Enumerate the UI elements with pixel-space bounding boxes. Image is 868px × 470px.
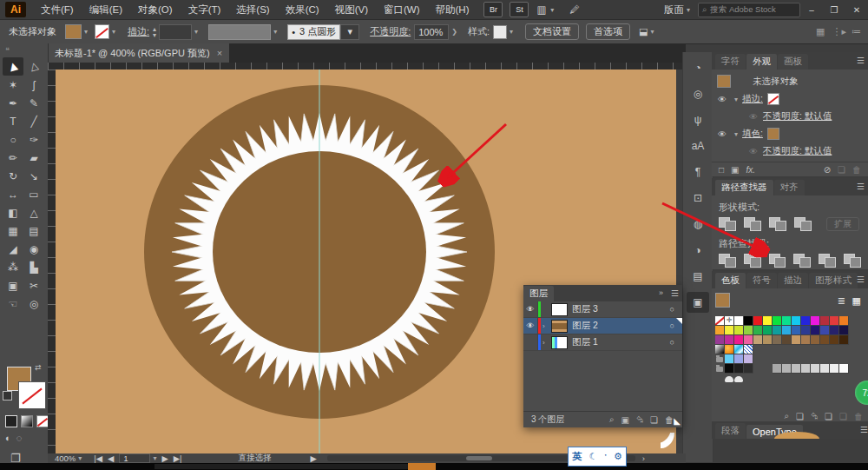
stroke-color-indicator[interactable] [19,382,45,408]
swatch[interactable] [725,345,734,354]
layer-row-3[interactable]: 👁 图层 3 ○ [523,301,682,318]
layer-thumbnail[interactable] [551,320,568,333]
menu-item[interactable]: 对象(O) [130,0,181,19]
swatch[interactable] [811,345,820,354]
draw-normal-icon[interactable]: ◐ [5,433,11,443]
new-fill-icon[interactable]: ▣ [731,165,739,175]
menu-item[interactable]: 效果(C) [278,0,327,19]
type-tool[interactable]: T [3,112,23,130]
opacity-input[interactable]: 100% [414,24,449,40]
paintbrush-tool[interactable]: ✑ [23,130,44,149]
panel-dock-icon[interactable]: ⋮▸ [832,26,846,37]
swatch[interactable] [753,374,763,383]
menu-item[interactable]: 编辑(E) [82,0,130,19]
swatch[interactable] [734,335,744,345]
menu-item[interactable]: 选择(S) [228,0,277,19]
swatch[interactable] [763,316,773,326]
stroke-width-input[interactable] [159,24,192,40]
swatch[interactable] [830,335,839,345]
ime-settings-icon[interactable]: ⚙ [614,451,622,462]
swatch[interactable] [753,345,763,354]
workspace-switcher[interactable]: 版面▾ [656,0,698,19]
character-styles-panel-icon[interactable]: aA [687,136,709,156]
delete-swatch-icon[interactable]: 🗑 [854,412,863,421]
swatch[interactable] [715,345,725,354]
gradient-tool[interactable]: ▤ [23,222,44,240]
fill-color-swatch[interactable] [65,24,82,39]
line-segment-tool[interactable]: ╱ [23,112,44,130]
opacity-link[interactable]: 不透明度: [370,25,411,38]
swatch[interactable] [801,335,811,345]
tab-layers[interactable]: 图层 [523,286,554,301]
selection-tool[interactable]: ▶ [3,57,23,76]
panel-menu-icon[interactable]: ☰ [860,425,868,434]
swatch[interactable] [725,374,734,383]
swatch[interactable] [725,316,734,326]
tab-close-icon[interactable]: × [217,48,222,58]
magic-wand-tool[interactable]: ✶ [3,76,23,94]
ellipse-tool[interactable]: ○ [3,130,23,149]
menu-item[interactable]: 文字(T) [181,0,229,19]
crop-icon[interactable] [793,254,811,268]
paragraph-styles-panel-icon[interactable]: ¶ [687,162,709,182]
panel-fill-indicator[interactable] [715,293,730,308]
swatch[interactable] [820,364,830,374]
gradient-mode-icon[interactable] [21,415,33,427]
shape-builder-tool[interactable]: ◧ [3,203,23,222]
ime-language[interactable]: 英 [572,450,582,463]
swatch[interactable] [744,364,753,374]
minus-back-icon[interactable] [844,254,861,268]
stroke-stepper[interactable]: ▴▾ [153,26,156,38]
swatch[interactable] [763,326,773,335]
swatch[interactable] [773,335,782,345]
color-panel-icon[interactable]: ◑ [687,240,709,261]
grid-view-icon[interactable]: ▦ [852,295,861,307]
swatch[interactable] [792,335,801,345]
visibility-icon[interactable]: 👁 [717,95,727,104]
swatch[interactable] [715,364,725,374]
artboard-tool[interactable]: ▣ [3,276,23,295]
swatch[interactable] [782,335,792,345]
list-view-icon[interactable]: ≣ [838,295,845,307]
eyedropper-tool[interactable]: ◢ [3,240,23,258]
tab-paragraph[interactable]: 段落 [715,423,746,439]
visibility-toggle[interactable] [523,334,538,350]
swatch[interactable] [773,374,782,383]
swatch[interactable] [753,326,763,335]
swatch-libraries-icon[interactable]: ⌕ [784,411,789,421]
menu-item[interactable]: 帮助(H) [428,0,477,19]
none-mode-icon[interactable] [36,415,49,427]
swatch[interactable] [734,354,744,364]
first-artboard-button[interactable]: |◀ [94,453,102,463]
swatch[interactable] [734,364,744,374]
swatch[interactable] [753,335,763,345]
swatch[interactable] [734,326,744,335]
swatch[interactable] [792,345,801,354]
delete-layer-icon[interactable]: 🗑 [665,415,674,425]
swatch[interactable] [744,345,753,354]
swatch[interactable] [744,326,753,335]
panel-menu-icon[interactable]: ☰ [671,288,679,298]
unite-icon[interactable] [719,217,736,231]
align-glyphs-icon[interactable]: ⬓ [639,26,648,37]
swatch[interactable] [830,345,839,354]
outline-icon[interactable] [819,254,836,268]
swatch[interactable] [801,316,811,326]
stock-button[interactable]: St [510,2,529,17]
hand-tool[interactable]: ☜ [3,295,23,313]
swatch[interactable] [744,354,753,364]
prev-artboard-button[interactable]: ◀ [108,453,114,463]
direct-selection-tool[interactable]: ▷ [23,57,44,76]
layer-name[interactable]: 图层 3 [572,303,598,315]
fill-row-link[interactable]: 填色: [742,128,763,140]
export-panel-icon[interactable]: ⊡ [687,188,709,209]
gpu-performance-icon[interactable]: 🖉 [562,0,588,19]
minus-front-icon[interactable] [744,217,761,231]
merge-icon[interactable] [769,254,786,268]
expand-layer-icon[interactable]: › [542,339,551,347]
lasso-tool[interactable]: ʃ [23,76,44,94]
swatch[interactable] [782,326,792,335]
intersect-icon[interactable] [769,217,786,231]
layer-target-icon[interactable]: ○ [670,321,674,330]
perspective-grid-tool[interactable]: △ [23,203,44,222]
